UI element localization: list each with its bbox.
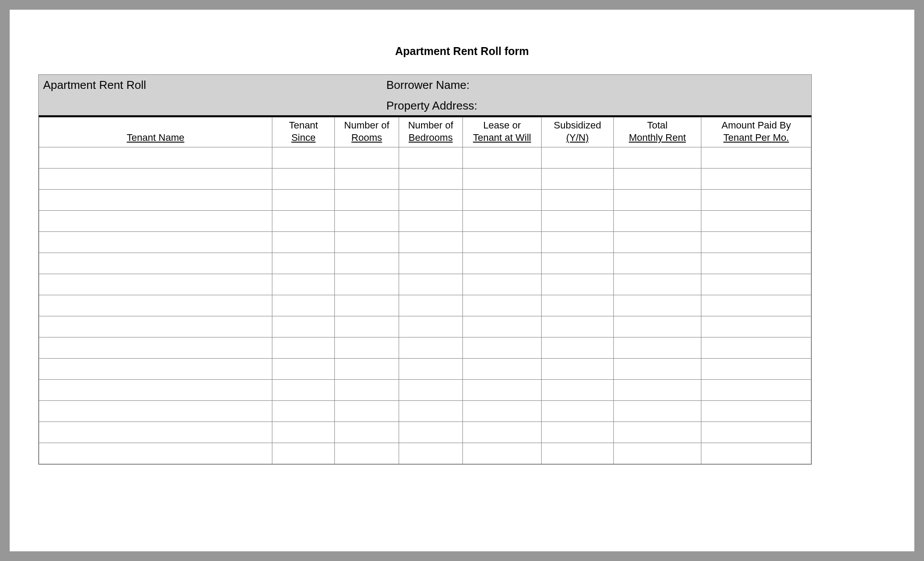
table-cell[interactable] [541, 190, 613, 211]
table-cell[interactable] [272, 359, 335, 380]
table-cell[interactable] [39, 380, 272, 401]
table-cell[interactable] [39, 169, 272, 190]
table-cell[interactable] [399, 380, 462, 401]
table-cell[interactable] [462, 401, 541, 422]
table-cell[interactable] [335, 211, 399, 232]
table-cell[interactable] [462, 211, 541, 232]
table-cell[interactable] [272, 147, 335, 169]
table-cell[interactable] [701, 380, 811, 401]
table-cell[interactable] [541, 337, 613, 359]
table-cell[interactable] [462, 295, 541, 316]
table-cell[interactable] [39, 232, 272, 253]
table-cell[interactable] [541, 169, 613, 190]
table-cell[interactable] [399, 274, 462, 295]
table-cell[interactable] [613, 274, 701, 295]
table-cell[interactable] [701, 253, 811, 274]
table-cell[interactable] [399, 401, 462, 422]
table-cell[interactable] [39, 359, 272, 380]
table-cell[interactable] [701, 190, 811, 211]
table-cell[interactable] [272, 337, 335, 359]
table-cell[interactable] [613, 401, 701, 422]
table-cell[interactable] [399, 295, 462, 316]
table-cell[interactable] [701, 169, 811, 190]
table-cell[interactable] [701, 211, 811, 232]
table-cell[interactable] [701, 337, 811, 359]
table-cell[interactable] [541, 274, 613, 295]
table-cell[interactable] [541, 232, 613, 253]
table-cell[interactable] [399, 232, 462, 253]
table-cell[interactable] [39, 190, 272, 211]
table-cell[interactable] [39, 253, 272, 274]
table-cell[interactable] [272, 190, 335, 211]
table-cell[interactable] [701, 401, 811, 422]
table-cell[interactable] [272, 253, 335, 274]
table-cell[interactable] [541, 253, 613, 274]
table-cell[interactable] [39, 316, 272, 337]
table-cell[interactable] [462, 232, 541, 253]
table-cell[interactable] [462, 443, 541, 464]
table-cell[interactable] [701, 422, 811, 443]
table-cell[interactable] [701, 443, 811, 464]
table-cell[interactable] [462, 253, 541, 274]
table-cell[interactable] [39, 147, 272, 169]
table-cell[interactable] [39, 211, 272, 232]
table-cell[interactable] [39, 443, 272, 464]
table-cell[interactable] [541, 147, 613, 169]
table-cell[interactable] [613, 147, 701, 169]
table-cell[interactable] [335, 274, 399, 295]
table-cell[interactable] [399, 253, 462, 274]
table-cell[interactable] [541, 211, 613, 232]
table-cell[interactable] [335, 316, 399, 337]
table-cell[interactable] [335, 147, 399, 169]
table-cell[interactable] [335, 443, 399, 464]
table-cell[interactable] [399, 169, 462, 190]
table-cell[interactable] [335, 337, 399, 359]
table-cell[interactable] [335, 359, 399, 380]
table-cell[interactable] [462, 337, 541, 359]
table-cell[interactable] [541, 359, 613, 380]
table-cell[interactable] [272, 169, 335, 190]
table-cell[interactable] [613, 380, 701, 401]
table-cell[interactable] [701, 316, 811, 337]
table-cell[interactable] [613, 232, 701, 253]
table-cell[interactable] [399, 147, 462, 169]
table-cell[interactable] [462, 190, 541, 211]
table-cell[interactable] [701, 274, 811, 295]
table-cell[interactable] [399, 422, 462, 443]
table-cell[interactable] [462, 169, 541, 190]
table-cell[interactable] [335, 169, 399, 190]
table-cell[interactable] [272, 380, 335, 401]
table-cell[interactable] [39, 337, 272, 359]
table-cell[interactable] [399, 359, 462, 380]
table-cell[interactable] [272, 295, 335, 316]
table-cell[interactable] [39, 401, 272, 422]
table-cell[interactable] [272, 211, 335, 232]
table-cell[interactable] [701, 359, 811, 380]
table-cell[interactable] [701, 295, 811, 316]
table-cell[interactable] [462, 422, 541, 443]
table-cell[interactable] [541, 401, 613, 422]
table-cell[interactable] [272, 316, 335, 337]
table-cell[interactable] [462, 147, 541, 169]
table-cell[interactable] [272, 274, 335, 295]
table-cell[interactable] [399, 337, 462, 359]
table-cell[interactable] [399, 190, 462, 211]
table-cell[interactable] [541, 295, 613, 316]
table-cell[interactable] [335, 232, 399, 253]
table-cell[interactable] [462, 316, 541, 337]
table-cell[interactable] [613, 316, 701, 337]
table-cell[interactable] [335, 295, 399, 316]
table-cell[interactable] [335, 401, 399, 422]
table-cell[interactable] [335, 422, 399, 443]
table-cell[interactable] [272, 232, 335, 253]
table-cell[interactable] [613, 359, 701, 380]
table-cell[interactable] [613, 253, 701, 274]
table-cell[interactable] [613, 295, 701, 316]
table-cell[interactable] [541, 422, 613, 443]
table-cell[interactable] [272, 401, 335, 422]
table-cell[interactable] [613, 337, 701, 359]
table-cell[interactable] [613, 211, 701, 232]
table-cell[interactable] [541, 443, 613, 464]
table-cell[interactable] [272, 422, 335, 443]
table-cell[interactable] [399, 316, 462, 337]
